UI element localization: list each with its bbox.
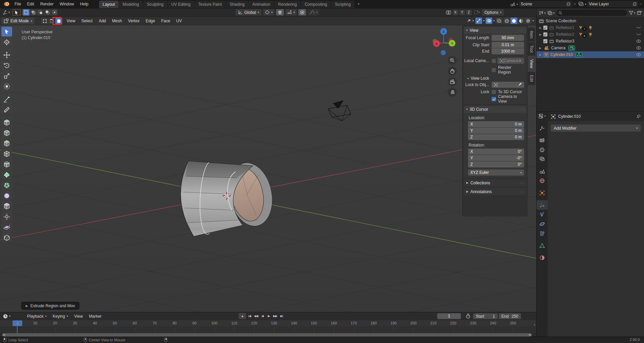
workspace-tab-animation[interactable]: Animation — [249, 1, 274, 8]
tab-edit[interactable]: Edit — [528, 72, 535, 85]
play-button[interactable]: ▶ — [266, 313, 272, 319]
frame-start-field[interactable]: Start1 — [473, 313, 498, 319]
keyframe-band[interactable] — [0, 327, 536, 333]
menu-help[interactable]: Help — [77, 2, 92, 6]
properties-tab-tool[interactable] — [537, 123, 548, 133]
select-intersect-button[interactable] — [51, 9, 58, 16]
select-subtract-button[interactable] — [37, 9, 44, 16]
new-collection-button[interactable] — [637, 10, 642, 15]
timeline-menu-keying[interactable]: Keying▾ — [50, 314, 71, 319]
filter-id-dropdown[interactable]: ▾ — [547, 11, 554, 15]
properties-tab-constraints[interactable] — [537, 229, 548, 238]
exclude-checkbox[interactable] — [543, 26, 547, 30]
play-back-button[interactable]: ◀ — [259, 313, 265, 319]
select-new-button[interactable] — [23, 9, 29, 16]
workspace-tab-shading[interactable]: Shading — [226, 1, 248, 8]
camera-to-view-checkbox[interactable] — [492, 97, 496, 101]
lock-object-field[interactable] — [492, 82, 524, 88]
outliner-item-reflektor2[interactable]: ▶Reflektor26 — [537, 31, 644, 38]
pin-icon[interactable] — [636, 114, 641, 119]
local-camera-field[interactable]: Camera ✕ — [497, 58, 524, 64]
timeline-editor-dropdown[interactable]: ▾ — [3, 314, 10, 319]
tab-view[interactable]: View — [528, 56, 535, 71]
camera-view-button[interactable] — [448, 77, 457, 86]
properties-tab-particles[interactable] — [537, 210, 548, 219]
tool-smooth[interactable] — [1, 191, 12, 201]
cursor-loc-y[interactable]: Y0 m — [468, 128, 524, 134]
cursor-panel-header[interactable]: ▾ 3D Cursor :::: — [464, 106, 526, 113]
display-mode-dropdown[interactable]: ▾ — [539, 11, 546, 15]
prev-key-button[interactable]: ◀◀ — [253, 313, 259, 319]
viewport-menu-vertex[interactable]: Vertex — [125, 19, 143, 23]
neg-z-ball[interactable] — [441, 50, 446, 55]
navigation-gizmo[interactable]: Z X Y — [432, 28, 455, 55]
workspace-tab-texture-paint[interactable]: Texture Paint — [195, 1, 226, 8]
perspective-toggle-button[interactable] — [448, 87, 457, 97]
tool-knife[interactable] — [1, 170, 12, 180]
proportional-falloff-dropdown[interactable]: ▾ — [308, 9, 319, 16]
expand-arrow-icon[interactable]: ▶ — [539, 47, 542, 50]
timeline-menu-playback[interactable]: Playback▾ — [24, 314, 50, 319]
zoom-button[interactable] — [448, 56, 457, 65]
tool-spin[interactable] — [1, 180, 12, 190]
close-icon[interactable]: ✕ — [573, 2, 576, 6]
viewport-menu-face[interactable]: Face — [158, 19, 173, 23]
tool-rip-region[interactable] — [1, 233, 12, 242]
tool-rotate[interactable] — [1, 60, 12, 70]
workspace-tab-sculpting[interactable]: Sculpting — [143, 1, 167, 8]
add-workspace-button[interactable]: + — [355, 0, 363, 8]
options-dropdown[interactable]: Options ▾ — [482, 9, 504, 16]
jump-first-button[interactable]: |◀ — [247, 313, 252, 319]
expand-arrow-icon[interactable]: ▶ — [539, 53, 542, 56]
eye-closed-icon[interactable] — [636, 33, 641, 36]
collapse-arrow-icon[interactable]: ‹ — [534, 322, 535, 327]
timeline-menu-view[interactable]: View — [71, 314, 86, 319]
eye-open-icon[interactable] — [636, 46, 641, 50]
transform-orientation-dropdown[interactable]: Global ▾ — [236, 9, 262, 16]
frame-end-field[interactable]: End250 — [499, 313, 521, 319]
exclude-checkbox[interactable] — [543, 32, 547, 36]
edge-select-button[interactable] — [48, 18, 55, 24]
eye-closed-icon[interactable] — [636, 26, 641, 29]
vertex-select-button[interactable] — [41, 18, 48, 24]
jump-last-button[interactable]: ▶| — [279, 313, 284, 319]
properties-tab-object-data[interactable] — [537, 241, 548, 250]
view-lock-subpanel-header[interactable]: ▾ View Lock — [467, 76, 524, 81]
rotation-mode-dropdown[interactable]: XYZ Euler▾ — [468, 169, 524, 176]
local-camera-checkbox[interactable] — [492, 59, 496, 63]
workspace-tab-layout[interactable]: Layout — [99, 1, 119, 8]
viewport-menu-select[interactable]: Select — [78, 19, 96, 23]
tool-scale[interactable] — [1, 71, 12, 81]
outliner-item-reflektor3[interactable]: Reflektor3 — [537, 38, 644, 45]
current-frame-field[interactable]: 1 — [437, 313, 461, 319]
editor-type-button[interactable]: ▾ — [2, 9, 10, 16]
tool-shrink-fatten[interactable] — [1, 212, 12, 221]
clear-icon[interactable]: ✕ — [518, 58, 522, 63]
snap-toggle[interactable] — [276, 9, 284, 16]
show-gizmo-button[interactable] — [475, 18, 482, 24]
workspace-tab-rendering[interactable]: Rendering — [274, 1, 300, 8]
copies-icon[interactable] — [633, 2, 637, 6]
close-icon[interactable]: ✕ — [639, 2, 643, 6]
viewport-menu-uv[interactable]: UV — [173, 19, 185, 23]
workspace-tab-uv-editing[interactable]: UV Editing — [168, 1, 194, 8]
face-select-button[interactable] — [55, 18, 62, 24]
workspace-tab-scripting[interactable]: Scripting — [331, 1, 354, 8]
tool-measure[interactable] — [1, 105, 12, 114]
properties-tab-physics[interactable] — [537, 219, 548, 229]
workspace-tab-compositing[interactable]: Compositing — [301, 1, 331, 8]
copies-icon[interactable] — [567, 2, 570, 6]
overlays-dropdown[interactable]: ▾ — [493, 19, 495, 22]
menu-window[interactable]: Window — [56, 2, 77, 6]
properties-tab-output[interactable] — [537, 145, 548, 154]
cursor-rot-y[interactable]: Y-0° — [468, 155, 524, 161]
solid-shading-button[interactable] — [511, 18, 517, 24]
to-3d-cursor-checkbox[interactable] — [492, 90, 496, 94]
properties-tab-modifiers[interactable] — [537, 200, 548, 210]
frame-ruler[interactable]: 1 10203040506070809010011012013014015016… — [0, 320, 536, 327]
tool-edge-slide[interactable] — [1, 201, 12, 211]
rendered-shading-button[interactable] — [525, 18, 531, 24]
mirror-y-button[interactable]: Y — [460, 10, 465, 15]
tool-annotate[interactable] — [1, 94, 12, 104]
cursor-loc-x[interactable]: X0 m — [468, 121, 524, 127]
